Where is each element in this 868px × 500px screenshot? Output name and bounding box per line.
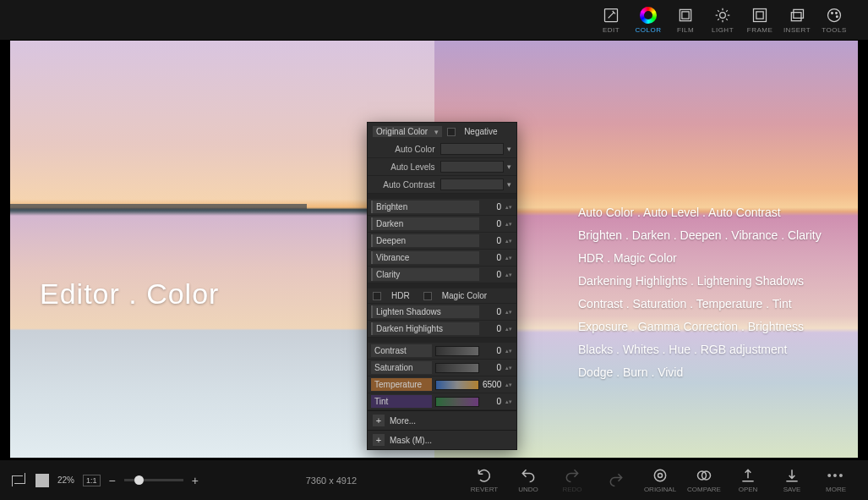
image-dimensions: 7360 x 4912: [199, 475, 464, 486]
bottom-toolbar: 22% 1:1 − + 7360 x 4912 REVERT UNDO REDO…: [0, 459, 868, 500]
frame-icon: [751, 6, 769, 25]
color-wheel-icon: [639, 6, 658, 25]
redo-button[interactable]: REDO: [552, 464, 592, 497]
stepper-icon[interactable]: ▴▾: [505, 255, 513, 260]
svg-rect-7: [794, 9, 804, 18]
darken-slider[interactable]: Darken0▴▾: [368, 216, 516, 233]
auto-contrast-label: Auto Contrast: [373, 180, 440, 190]
stepper-icon[interactable]: ▴▾: [505, 399, 513, 404]
original-button[interactable]: ORIGINAL: [640, 464, 680, 497]
feature-line: Brighten . Darken . Deepen . Vibrance . …: [578, 224, 822, 247]
zoom-out-button[interactable]: −: [109, 474, 116, 487]
stepper-icon[interactable]: ▴▾: [505, 365, 513, 370]
pencil-square-icon: [602, 6, 620, 25]
more-button-bottom[interactable]: •••MORE: [816, 464, 856, 497]
feature-line: Exposure . Gamma Correction . Brightness: [578, 316, 822, 338]
magic-color-label: Magic Color: [442, 291, 487, 300]
stepper-icon[interactable]: ▴▾: [505, 205, 513, 209]
feature-list: Auto Color . Auto Level . Auto Contrast …: [578, 201, 822, 384]
fit-label[interactable]: 1:1: [83, 475, 101, 486]
undo-button[interactable]: UNDO: [508, 464, 549, 497]
negative-checkbox[interactable]: [447, 128, 456, 136]
auto-contrast-button[interactable]: [440, 179, 505, 190]
insert-tab[interactable]: INSERT: [778, 2, 816, 39]
film-tab[interactable]: FILM: [667, 2, 704, 39]
svg-point-13: [658, 474, 663, 478]
color-panel: Original Color ▾ Negative Auto Color▾ Au…: [367, 122, 517, 450]
stepper-icon[interactable]: ▴▾: [505, 382, 513, 387]
redo-icon: [564, 467, 581, 484]
save-button[interactable]: SAVE: [772, 464, 812, 497]
layers-icon: [788, 6, 806, 25]
auto-color-button[interactable]: [440, 143, 505, 155]
svg-point-11: [837, 16, 838, 18]
upload-icon: [740, 467, 756, 484]
stepper-icon[interactable]: ▴▾: [505, 239, 513, 243]
feature-line: Blacks . Whites . Hue . RGB adjustment: [578, 338, 822, 361]
svg-point-12: [654, 470, 665, 481]
palette-icon: [825, 6, 843, 25]
svg-rect-2: [682, 12, 689, 19]
fullscreen-icon[interactable]: [35, 474, 49, 487]
svg-rect-6: [791, 13, 801, 21]
feature-line: Darkening Highlights . Lightening Shadow…: [578, 270, 822, 293]
color-tab[interactable]: COLOR: [630, 2, 667, 39]
color-mode-select[interactable]: Original Color ▾: [373, 126, 442, 137]
zoom-in-button[interactable]: +: [192, 474, 199, 487]
svg-point-10: [836, 13, 838, 14]
revert-icon: [476, 467, 493, 484]
stepper-icon[interactable]: ▴▾: [505, 272, 513, 277]
edit-tab[interactable]: EDIT: [592, 2, 630, 39]
redo2-button[interactable]: [596, 464, 636, 497]
svg-rect-5: [756, 12, 763, 19]
compare-icon: [696, 467, 712, 484]
stepper-icon[interactable]: ▴▾: [505, 310, 513, 314]
deepen-slider[interactable]: Deepen0▴▾: [368, 233, 516, 250]
undo-icon: [520, 467, 537, 484]
stepper-icon[interactable]: ▴▾: [505, 349, 513, 353]
svg-point-8: [828, 9, 841, 22]
open-button[interactable]: OPEN: [728, 464, 768, 497]
feature-line: Contrast . Saturation . Temperature . Ti…: [578, 293, 822, 316]
film-icon: [676, 6, 695, 25]
zoom-percent: 22%: [57, 475, 74, 485]
dots-icon: •••: [827, 467, 845, 484]
temperature-slider[interactable]: Temperature6500▴▾: [368, 376, 516, 393]
auto-levels-button[interactable]: [440, 161, 505, 173]
hdr-checkbox[interactable]: [373, 292, 381, 300]
top-toolbar: EDIT COLOR FILM LIGHT FRAME: [0, 0, 868, 41]
redo-icon: [608, 471, 625, 488]
auto-color-label: Auto Color: [373, 145, 440, 154]
stepper-icon[interactable]: ▴▾: [505, 222, 513, 226]
tools-tab[interactable]: TOOLS: [816, 2, 853, 39]
zoom-slider[interactable]: [124, 479, 183, 481]
negative-label: Negative: [464, 127, 497, 136]
circle-icon: [652, 467, 669, 484]
canvas-area[interactable]: Editor . Color Auto Color . Auto Level .…: [10, 41, 858, 458]
svg-point-9: [832, 13, 833, 14]
crop-icon[interactable]: [12, 473, 27, 488]
brighten-slider[interactable]: Brighten0▴▾: [368, 199, 516, 216]
darken-highlights-slider[interactable]: Darken Highlights0▴▾: [368, 321, 516, 338]
tint-slider[interactable]: Tint0▴▾: [368, 393, 516, 410]
contrast-slider[interactable]: Contrast0▴▾: [368, 343, 516, 360]
magic-color-checkbox[interactable]: [423, 292, 432, 300]
svg-rect-4: [754, 9, 767, 22]
auto-levels-label: Auto Levels: [373, 162, 440, 172]
more-button[interactable]: +More...: [368, 410, 516, 430]
stepper-icon[interactable]: ▴▾: [505, 327, 513, 331]
page-title: Editor . Color: [40, 277, 219, 310]
clarity-slider[interactable]: Clarity0▴▾: [368, 266, 516, 283]
svg-point-3: [720, 13, 726, 19]
app-window: EDIT COLOR FILM LIGHT FRAME: [0, 0, 868, 500]
feature-line: HDR . Magic Color: [578, 247, 822, 270]
light-tab[interactable]: LIGHT: [704, 2, 741, 39]
frame-tab[interactable]: FRAME: [741, 2, 778, 39]
saturation-slider[interactable]: Saturation0▴▾: [368, 360, 516, 376]
revert-button[interactable]: REVERT: [464, 464, 505, 497]
chevron-down-icon: ▾: [434, 128, 439, 136]
lighten-shadows-slider[interactable]: Lighten Shadows0▴▾: [368, 304, 516, 321]
compare-button[interactable]: COMPARE: [684, 464, 724, 497]
vibrance-slider[interactable]: Vibrance0▴▾: [368, 250, 516, 266]
mask-button[interactable]: +Mask (M)...: [368, 430, 516, 449]
